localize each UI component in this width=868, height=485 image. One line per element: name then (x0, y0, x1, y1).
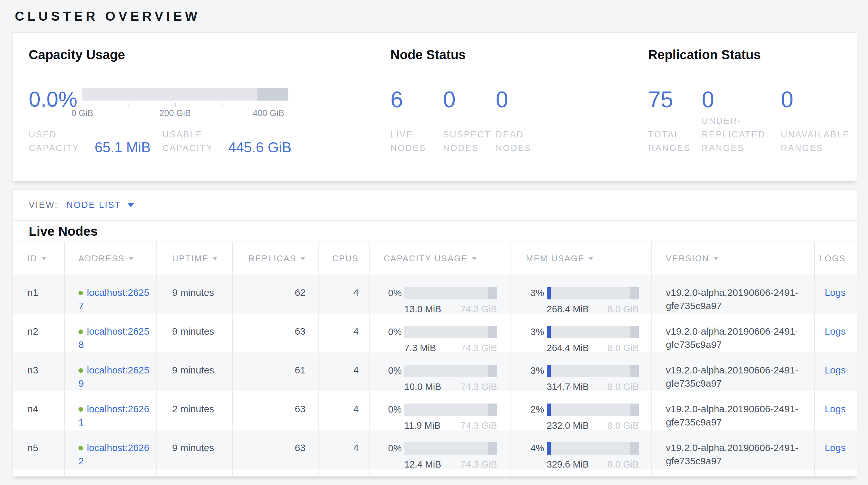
under-replicated-ranges-stat: 0 UNDER-REPLICATED RANGES (702, 87, 768, 155)
node-cpus-cell: 4 (318, 275, 369, 314)
bar-endcap (630, 442, 639, 455)
node-uptime-cell: 9 minutes (156, 314, 232, 352)
suspect-nodes-value: 0 (443, 87, 485, 112)
capacity-percent-label: 0% (383, 286, 402, 300)
node-id-cell: n5 (12, 430, 64, 469)
node-version-cell: v19.2.0-alpha.20190606-2491-gfe735c9a97 (651, 391, 814, 430)
total-ranges-value: 75 (648, 87, 690, 112)
axis-tick (222, 103, 222, 107)
node-address-cell: localhost:26258 (64, 314, 156, 352)
column-header-label: ADDRESS (79, 254, 125, 263)
mem-percent-label: 4% (526, 442, 544, 455)
column-header-uptime[interactable]: UPTIME (156, 242, 232, 275)
node-logs-cell: Logs (814, 275, 857, 314)
mem-usage-cell: 3% 268.4 MiB 8.0 GiB (510, 275, 651, 314)
column-header-label: CAPACITY USAGE (383, 254, 468, 263)
under-replicated-ranges-value: 0 (702, 87, 768, 112)
sort-caret-icon (213, 257, 218, 260)
sort-caret-icon (713, 257, 718, 260)
axis-tick-label: 400 GiB (253, 108, 284, 118)
column-header-label: CPUS (332, 254, 359, 263)
table-row-partial (12, 469, 857, 476)
capacity-percent-label: 0% (383, 403, 402, 416)
dead-nodes-label: DEAD NODES (496, 128, 538, 155)
axis-tick-label: 0 GiB (71, 108, 93, 118)
live-status-icon (79, 291, 83, 295)
node-uptime-cell: 9 minutes (156, 430, 232, 469)
bar-endcap (488, 403, 497, 416)
node-version-cell: v19.2.0-alpha.20190606-2491-gfe735c9a97 (651, 314, 814, 352)
logs-link[interactable]: Logs (825, 365, 846, 375)
node-address-link[interactable]: localhost:26258 (79, 326, 149, 350)
table-row: n3 localhost:26259 9 minutes 61 4 0% 10.… (12, 352, 857, 391)
node-list-card: VIEW: NODE LIST Live Nodes ID ADDRESS UP… (12, 190, 857, 477)
logs-link[interactable]: Logs (825, 403, 846, 414)
total-ranges-label: TOTAL RANGES (648, 128, 690, 155)
capacity-usage-cell: 0% 11.9 MiB 74.3 GiB (369, 391, 510, 430)
live-nodes-heading: Live Nodes (12, 221, 857, 241)
node-id-cell: n2 (12, 314, 64, 352)
dead-nodes-stat: 0 DEAD NODES (496, 87, 538, 155)
capacity-usage-section: Capacity Usage 0.0% 0 GiB 200 GiB 400 Gi… (29, 47, 391, 155)
bar-endcap (488, 365, 497, 377)
node-uptime-cell: 9 minutes (156, 275, 232, 314)
mem-usage-bar (547, 365, 639, 377)
column-header-address[interactable]: ADDRESS (64, 242, 156, 275)
live-nodes-value: 6 (391, 87, 432, 112)
capacity-summary-bar: 0 GiB 200 GiB 400 GiB (82, 88, 288, 120)
mem-percent-label: 3% (526, 325, 544, 339)
live-status-icon (79, 407, 83, 411)
live-status-icon (79, 368, 83, 373)
table-row: n5 localhost:26262 9 minutes 63 4 0% 12.… (12, 430, 857, 469)
column-header-version[interactable]: VERSION (651, 242, 814, 275)
replication-status-section: Replication Status 75 TOTAL RANGES 0 UND… (648, 47, 857, 155)
table-row: n1 localhost:26257 9 minutes 62 4 0% 13.… (12, 275, 857, 314)
column-header-label: LOGS (819, 254, 846, 263)
column-header-label: MEM USAGE (526, 254, 585, 263)
mem-usage-bar (547, 287, 639, 299)
mem-usage-cell: 2% 232.0 MiB 8.0 GiB (510, 391, 651, 430)
logs-link[interactable]: Logs (825, 287, 846, 298)
node-status-section: Node Status 6 LIVE NODES 0 SUSPECT NODES… (391, 47, 648, 155)
capacity-usage-bar (404, 365, 497, 377)
view-selector-dropdown[interactable]: NODE LIST (66, 200, 134, 210)
node-address-link[interactable]: localhost:26262 (79, 442, 149, 466)
capacity-usage-bar (404, 442, 497, 455)
column-header-replicas[interactable]: REPLICAS (232, 242, 318, 275)
live-nodes-stat: 6 LIVE NODES (391, 87, 432, 155)
used-capacity-value: 65.1 MiB (95, 140, 151, 155)
node-version-cell: v19.2.0-alpha.20190606-2491-gfe735c9a97 (651, 275, 814, 314)
mem-percent-label: 3% (526, 364, 544, 377)
node-address-cell: localhost:26261 (64, 391, 156, 430)
column-header-mem-usage[interactable]: MEM USAGE (510, 242, 651, 275)
node-address-link[interactable]: localhost:26261 (79, 403, 149, 427)
node-cpus-cell: 4 (318, 391, 369, 430)
capacity-usage-cell: 0% 13.0 MiB 74.3 GiB (369, 275, 510, 314)
total-ranges-stat: 75 TOTAL RANGES (648, 87, 690, 155)
column-header-label: REPLICAS (248, 254, 297, 263)
live-nodes-label: LIVE NODES (391, 128, 432, 155)
capacity-percent-value: 0.0% (29, 87, 82, 112)
node-id-cell: n4 (12, 391, 64, 430)
capacity-usage-bar (404, 403, 497, 416)
capacity-percent-label: 0% (383, 442, 402, 455)
logs-link[interactable]: Logs (825, 326, 846, 337)
axis-tick (82, 103, 82, 107)
column-header-label: ID (27, 254, 37, 263)
usable-capacity-label: USABLE CAPACITY (162, 128, 220, 155)
node-uptime-cell: 2 minutes (156, 391, 232, 430)
column-header-capacity-usage[interactable]: CAPACITY USAGE (369, 242, 510, 275)
node-replicas-cell: 62 (232, 275, 318, 314)
live-status-icon (79, 330, 83, 334)
node-address-link[interactable]: localhost:26257 (79, 287, 149, 311)
node-address-link[interactable]: localhost:26259 (79, 365, 149, 389)
usable-capacity-value: 445.6 GiB (228, 140, 291, 155)
node-cpus-cell: 4 (318, 352, 369, 391)
table-row: n4 localhost:26261 2 minutes 63 4 0% 11.… (12, 391, 857, 430)
under-replicated-ranges-label: UNDER-REPLICATED RANGES (702, 114, 768, 155)
sort-caret-icon (588, 257, 593, 260)
node-logs-cell: Logs (814, 430, 857, 469)
logs-link[interactable]: Logs (825, 442, 846, 453)
axis-tick-label: 200 GiB (159, 108, 191, 118)
column-header-id[interactable]: ID (12, 242, 64, 275)
